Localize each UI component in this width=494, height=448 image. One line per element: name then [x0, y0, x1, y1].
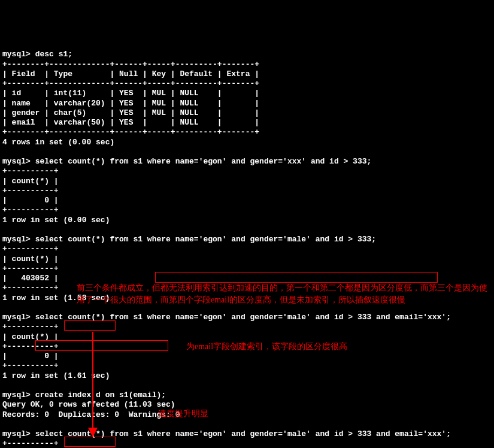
count-header: | count(*) |	[2, 177, 59, 186]
count-sep: +----------+	[2, 361, 59, 370]
desc-row: | gender | char(5) | YES | MUL | NULL | …	[2, 108, 259, 117]
annotation-conditions: 前三个条件都成立，但都无法利用索引达到加速的目的，第一个和第二个都是因为区分度低…	[77, 282, 490, 307]
mysql-prompt: mysql>	[2, 235, 31, 244]
mysql-prompt: mysql>	[2, 391, 31, 399]
highlight-box-where-clause	[155, 272, 438, 283]
q1-timing: (0.00 sec)	[63, 216, 110, 225]
cmd-q1: select count(*) from s1 where name='egon…	[35, 157, 372, 166]
highlight-box-timing-q3	[64, 320, 116, 331]
count-row: | 0 |	[2, 196, 59, 205]
count-row: | 403052 |	[2, 274, 59, 283]
count-header: | count(*) |	[2, 255, 59, 264]
cmd-q2: select count(*) from s1 where name='egon…	[35, 235, 377, 244]
count-sep: +----------+	[2, 205, 59, 214]
desc-summary: 4 rows in set (0.00 sec)	[2, 138, 114, 147]
count-sep: +----------+	[2, 283, 59, 292]
annotation-create-index: 为email字段创建索引，该字段的区分度很高	[186, 341, 426, 353]
count-sep: +----------+	[2, 167, 59, 175]
count-sep: +----------+	[2, 186, 59, 195]
mysql-prompt: mysql>	[2, 157, 31, 166]
count-sep: +----------+	[2, 244, 59, 253]
arrow-icon	[84, 332, 102, 440]
desc-row: | name | varchar(20) | YES | MUL | NULL …	[2, 99, 259, 108]
mysql-prompt: mysql>	[2, 429, 31, 438]
desc-row: | email | varchar(50) | YES | | NULL | |	[2, 118, 259, 127]
count-sep: +----------+	[2, 322, 59, 331]
desc-sep: +--------+-------------+------+-----+---…	[2, 128, 259, 137]
q3-summary-prefix: 1 row in set	[2, 371, 63, 380]
desc-sep: +--------+-------------+------+-----+---…	[2, 79, 259, 88]
desc-row: | id | int(11) | YES | MUL | NULL | |	[2, 89, 259, 98]
terminal-output: mysql> desc s1; +--------+-------------+…	[2, 40, 492, 448]
q1-summary-prefix: 1 row in set	[2, 216, 63, 225]
mysql-prompt: mysql>	[2, 50, 31, 59]
desc-sep: +--------+-------------+------+-----+---…	[2, 60, 259, 69]
annotation-speed-improved: 速度提升明显	[158, 408, 278, 420]
count-row: | 0 |	[2, 352, 59, 361]
mysql-prompt: mysql>	[2, 313, 31, 322]
cmd-desc: desc s1;	[35, 50, 72, 59]
count-sep: +----------+	[2, 439, 59, 448]
count-sep: +----------+	[2, 264, 59, 273]
highlight-box-create-index	[35, 340, 168, 351]
q2-summary-prefix: 1 row in set	[2, 293, 63, 302]
desc-header: | Field | Type | Null | Key | Default | …	[2, 69, 259, 78]
